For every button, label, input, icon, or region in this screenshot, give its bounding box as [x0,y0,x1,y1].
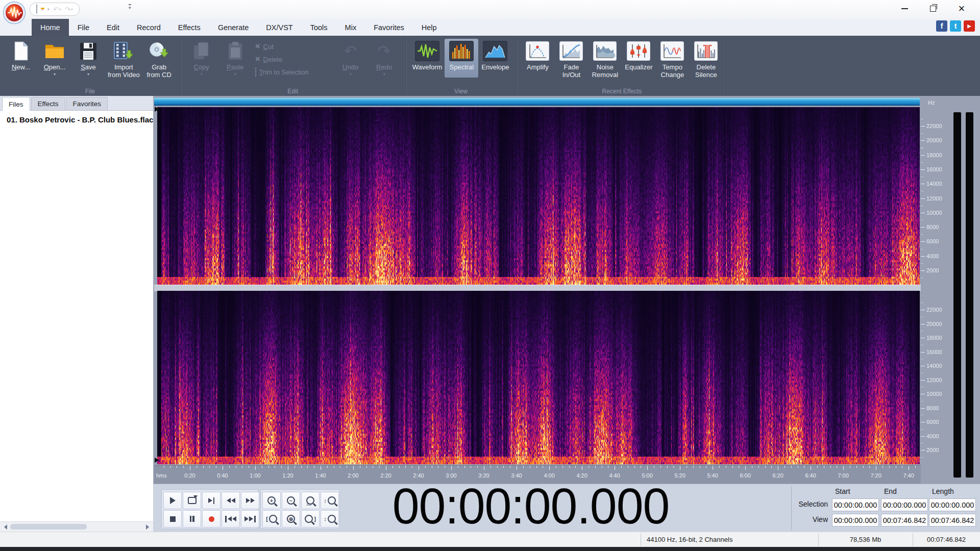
play-to-end-button[interactable] [202,492,220,509]
sidebar-horizontal-scrollbar[interactable] [0,521,153,532]
zoom-all-button[interactable]: ⊕ [282,510,300,528]
grid-value-view-length[interactable]: 00:07:46.842 [929,514,976,527]
menu-tab-home[interactable]: Home [32,19,69,36]
grid-header-start: Start [835,487,850,495]
grid-value-view-end[interactable]: 00:07:46.842 [881,514,928,527]
spectrogram-channel-2[interactable] [157,291,920,464]
sidebar-tab-files[interactable]: Files [2,97,30,111]
ruler-time-label: 5:20 [670,472,690,479]
ruler-major-tick [745,466,746,470]
minimize-button[interactable] [890,0,919,17]
ribbon-button-grab-from-cd[interactable]: Grabfrom CD [142,39,176,85]
grid-value-selection-start[interactable]: 00:00:00.000 [832,498,879,511]
qat-save-button[interactable]: ▾ [46,7,51,12]
ruler-major-tick [876,466,876,470]
zoom-selection-end-button[interactable]: ] [301,510,320,528]
app-logo-icon[interactable] [3,1,26,24]
menu-tab-edit[interactable]: Edit [98,19,128,36]
freq-label-ch2: 4000 [926,433,939,439]
grid-value-selection-length[interactable]: 00:00:00.000 [929,498,976,511]
ribbon-button-label: TempoChange [661,63,684,79]
ribbon-button-amplify[interactable]: Amplify [521,39,554,78]
freq-major-tick [921,270,925,271]
scroll-right-icon[interactable] [146,524,149,530]
dropdown-arrow-icon [20,72,21,77]
zoom-selection-start-button[interactable]: [ [262,510,281,528]
time-display: 00:00:00.000 [352,481,709,531]
ruler-minor-tick [412,466,412,468]
position-marker-bottom-icon[interactable] [155,458,159,463]
ribbon-button-import-from-video[interactable]: Importfrom Video [105,39,142,85]
close-button[interactable]: × [947,0,976,17]
freq-label-ch2: 6000 [926,419,939,425]
dropdown-arrow-icon: ▾ [383,72,385,77]
ribbon-button-tempo-change[interactable]: TempoChange [655,39,689,85]
sidebar-tab-effects[interactable]: Effects [31,97,65,110]
ribbon-button-open[interactable]: Open...▾ [38,39,71,78]
scroll-thumb[interactable] [10,524,87,530]
ribbon-button-fade-in-out[interactable]: FadeIn/Out [554,39,588,85]
ruler-minor-tick [536,466,537,468]
ribbon-button-equalizer[interactable]: Equalizer [622,39,655,78]
fast-forward-button[interactable] [241,492,259,509]
stop-button[interactable] [163,510,182,528]
menu-tab-mix[interactable]: Mix [336,19,365,36]
equalizer-icon [627,40,650,62]
ruler-major-tick [680,466,680,470]
zoom-vertical-in-button[interactable]: ↕ [321,492,339,509]
freq-label-ch2: 16000 [926,349,942,355]
ribbon-group-label: Edit [181,88,405,95]
ribbon-button-envelope[interactable]: Envelope [478,39,512,78]
qat-customize-icon[interactable]: ▾ [129,4,131,10]
ribbon-button-new[interactable]: New... [4,39,38,78]
sidebar-tab-favorites[interactable]: Favorites [66,97,108,110]
maximize-button[interactable] [919,0,947,17]
youtube-icon[interactable]: ▶ [964,20,975,32]
ribbon-button-noise-removal[interactable]: NoiseRemoval [588,39,622,85]
zoom-in-button[interactable]: + [262,492,281,509]
pause-button[interactable] [183,510,201,528]
ribbon-button-spectral[interactable]: Spectral [445,39,478,78]
go-to-start-button[interactable] [222,510,240,528]
record-button[interactable] [202,510,220,528]
freq-major-tick [921,408,925,409]
twitter-icon[interactable]: t [950,20,961,32]
go-to-end-button[interactable] [241,510,259,528]
zoom-100-button[interactable]: 100 [301,492,320,509]
ribbon-button-waveform[interactable]: Waveform [410,39,445,78]
loop-button[interactable] [183,492,201,509]
ruler-minor-tick [673,466,674,468]
menu-tab-file[interactable]: File [69,19,98,36]
freq-major-tick [921,380,925,381]
menu-tab-generate[interactable]: Generate [209,19,257,36]
waveform-view-icon [415,40,439,62]
overview-seek-bar[interactable] [154,98,920,106]
freq-major-tick [921,140,925,141]
menu-tab-dx-vst[interactable]: DX/VST [257,19,301,36]
rewind-button[interactable] [222,492,240,509]
position-marker-top-icon[interactable] [155,107,159,112]
menu-tab-record[interactable]: Record [128,19,169,36]
ruler-minor-tick [530,466,530,468]
qat-open-button[interactable]: ▾ [40,7,44,12]
ribbon-button-delete-silence[interactable]: DeleteSilence [689,39,723,85]
facebook-icon[interactable]: f [936,20,947,32]
ribbon-button-save[interactable]: Save▾ [71,39,105,78]
play-button[interactable] [163,492,182,509]
menu-tab-help[interactable]: Help [413,19,446,36]
ribbon-button-label: Envelope [481,63,509,71]
menu-tab-favorites[interactable]: Favorites [365,19,413,36]
zoom-out-button[interactable]: − [282,492,300,509]
file-list: 01. Bosko Petrovic - B.P. Club Blues.fla… [0,110,153,522]
scroll-left-icon[interactable] [4,524,7,530]
grid-value-selection-end[interactable]: 00:00:00.000 [881,498,928,511]
spectrogram-channel-1[interactable] [157,107,920,285]
ruler-major-tick [843,466,844,470]
qat-new-button[interactable] [35,4,38,14]
zoom-vertical-out-button[interactable]: ↕ [321,510,339,528]
grid-value-view-start[interactable]: 00:00:00.000 [832,514,879,527]
menu-tab-effects[interactable]: Effects [169,19,209,36]
menu-tab-tools[interactable]: Tools [302,19,336,36]
file-list-item[interactable]: 01. Bosko Petrovic - B.P. Club Blues.fla… [0,111,153,126]
qat-undo-button: ↶▾ [52,4,62,14]
